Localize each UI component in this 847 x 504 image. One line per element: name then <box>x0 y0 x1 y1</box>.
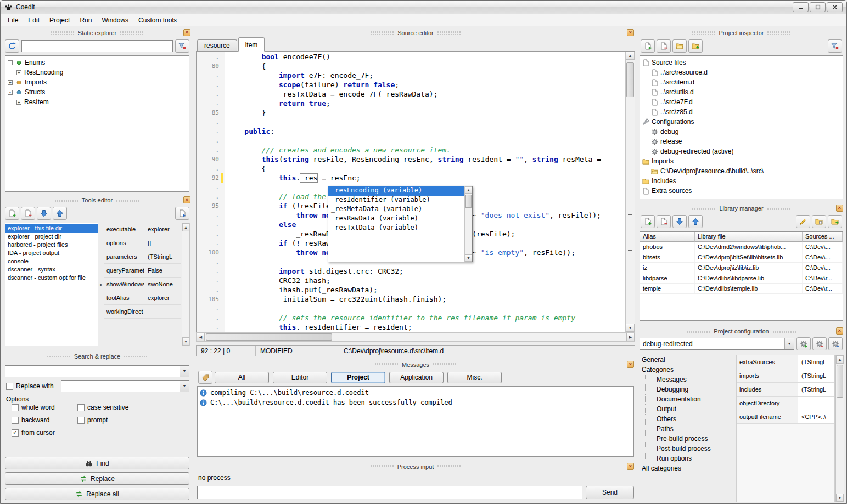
property-value[interactable]: False <box>144 264 181 277</box>
checkbox-box[interactable] <box>77 417 85 424</box>
tab-item[interactable]: item <box>238 37 265 52</box>
code-editor[interactable]: . bool encodee7F()80 {. import e7F: enco… <box>196 52 635 332</box>
property-value[interactable]: swoNone <box>144 278 181 291</box>
property-value[interactable]: explorer <box>144 223 181 236</box>
table-row[interactable]: izC:\Dev\dproj\iz\lib\iz.libC:\Dev\... <box>640 263 843 273</box>
expand-icon[interactable]: + <box>16 70 21 75</box>
chevron-down-icon[interactable] <box>180 381 189 392</box>
symbol-tree[interactable]: -Enums+ResEncoding+Imports-Structs+ResIt… <box>5 55 189 192</box>
tree-item[interactable]: Configurations <box>640 117 843 127</box>
folder-file-button[interactable] <box>812 215 826 228</box>
property-value[interactable]: (TStringL <box>798 369 834 382</box>
filter-application-button[interactable]: Application <box>389 372 444 383</box>
message-row[interactable]: C:\...\build\resource.d.coedit has been … <box>198 398 633 407</box>
find-button[interactable]: Find <box>5 457 189 469</box>
property-name[interactable]: queryParamet <box>104 264 144 277</box>
column-header[interactable]: Sources ... <box>803 232 843 242</box>
tree-item[interactable]: Extra sources <box>640 186 843 196</box>
close-panel-button[interactable] <box>836 205 843 212</box>
checkbox-whole-word[interactable]: whole word <box>12 404 77 411</box>
tree-item[interactable]: ..\src\item.d <box>640 77 843 87</box>
scroll-right-icon[interactable]: ▶ <box>626 333 635 341</box>
replace-term-combobox[interactable] <box>61 380 189 392</box>
tree-item[interactable]: +ResEncoding <box>5 67 189 77</box>
tools-splitter[interactable]: ▶ <box>99 223 103 346</box>
filter-clear-button[interactable] <box>828 39 842 53</box>
menu-custom-tools[interactable]: Custom tools <box>133 15 182 26</box>
property-name[interactable]: options <box>104 236 144 250</box>
menu-file[interactable]: File <box>3 15 23 26</box>
table-row[interactable]: libdparseC:\Dev\dlibs\libdparse.libC:\De… <box>640 273 843 284</box>
tree-item[interactable]: release <box>640 137 843 146</box>
editor-vscrollbar[interactable]: ▲ ▼ <box>625 52 635 332</box>
expand-icon[interactable]: + <box>8 80 13 85</box>
configuration-scrollbar[interactable]: ▲ ▼ <box>835 355 844 502</box>
property-name[interactable]: outputFilename <box>737 410 798 423</box>
tree-item[interactable]: debug <box>640 127 843 137</box>
tree-item[interactable]: -Enums <box>5 58 189 67</box>
file-minus-button[interactable] <box>21 207 35 220</box>
file-plus-button[interactable] <box>5 207 19 220</box>
editor-hscrollbar[interactable]: ◀ ▶ <box>196 332 635 342</box>
close-panel-button[interactable] <box>627 361 634 368</box>
tree-item[interactable]: ..\src\resource.d <box>640 67 843 77</box>
project-tree[interactable]: Source files..\src\resource.d..\src\item… <box>640 55 843 199</box>
close-button[interactable] <box>827 2 843 12</box>
maximize-button[interactable] <box>810 2 826 12</box>
replace-button[interactable]: Replace <box>5 472 189 485</box>
checkbox-backward[interactable]: backward <box>12 416 77 424</box>
tree-item[interactable]: Messages <box>645 375 726 384</box>
tree-item[interactable]: Documentation <box>645 394 726 404</box>
property-value[interactable] <box>144 305 181 318</box>
configuration-categories-tree[interactable]: GeneralCategoriesMessagesDebuggingDocume… <box>640 355 726 502</box>
folder-plus-button[interactable] <box>688 39 703 53</box>
tab-resource[interactable]: resource <box>197 39 237 51</box>
scroll-down-icon[interactable]: ▼ <box>626 324 635 332</box>
search-term-combobox[interactable] <box>5 365 189 377</box>
property-name[interactable]: parameters <box>104 250 144 263</box>
gear-plus-button[interactable] <box>796 337 811 350</box>
tree-item[interactable]: +ResItem <box>5 97 189 107</box>
checkbox-box[interactable] <box>12 429 19 437</box>
menu-project[interactable]: Project <box>44 15 75 26</box>
file-minus-button[interactable] <box>657 215 671 228</box>
list-item[interactable]: explorer - this file dir <box>5 224 98 233</box>
table-row[interactable]: bitsetsC:\Dev\dproj\bitSet\lib\bitsets.l… <box>640 252 843 263</box>
property-name[interactable]: workingDirect <box>104 305 144 318</box>
list-item[interactable]: dscanner - syntax <box>5 265 98 274</box>
scroll-up-icon[interactable]: ▲ <box>836 355 844 364</box>
tree-item[interactable]: Post-build process <box>645 444 726 454</box>
replace-all-button[interactable]: Replace all <box>5 488 189 500</box>
tree-item[interactable]: Imports <box>640 156 843 166</box>
filter-all-button[interactable]: All <box>215 372 269 383</box>
checkbox-from-cursor[interactable]: from cursor <box>12 429 77 437</box>
filter-editor-button[interactable]: Editor <box>273 372 327 383</box>
scroll-up-icon[interactable]: ▲ <box>626 52 635 60</box>
folder-open-button[interactable] <box>672 39 687 53</box>
file-plus-button[interactable] <box>641 215 655 228</box>
file-plus-button[interactable] <box>641 39 655 53</box>
checkbox-box[interactable] <box>12 404 19 411</box>
tree-item[interactable]: Run options <box>645 454 726 463</box>
symbol-filter-input[interactable] <box>21 40 173 52</box>
list-item[interactable]: console <box>5 257 98 265</box>
send-button[interactable]: Send <box>586 486 634 499</box>
checkbox-case-sensitive[interactable]: case sensitive <box>77 404 171 411</box>
tree-item[interactable]: +Imports <box>5 77 189 87</box>
messages-list[interactable]: compiling C:\...\build\resource.d.coedit… <box>197 386 634 457</box>
tree-item[interactable]: -Structs <box>5 87 189 97</box>
gear-arrow-button[interactable] <box>828 337 843 350</box>
property-value[interactable]: [] <box>144 236 181 250</box>
tree-item[interactable]: All categories <box>640 463 726 473</box>
tree-item[interactable]: General <box>640 355 726 365</box>
scroll-down-icon[interactable]: ▼ <box>465 254 472 262</box>
property-name[interactable]: toolAlias <box>104 291 144 304</box>
checkbox-replace-with[interactable]: Replace with <box>6 382 54 390</box>
refresh-button[interactable] <box>5 39 19 53</box>
completion-item[interactable]: _resTxtData (variable) <box>328 224 464 233</box>
file-run-button[interactable] <box>175 207 189 220</box>
collapse-icon[interactable]: - <box>8 60 13 65</box>
property-value[interactable]: (TStringL <box>798 355 834 369</box>
scroll-down-icon[interactable]: ▼ <box>182 337 189 346</box>
minimize-button[interactable] <box>793 2 809 12</box>
